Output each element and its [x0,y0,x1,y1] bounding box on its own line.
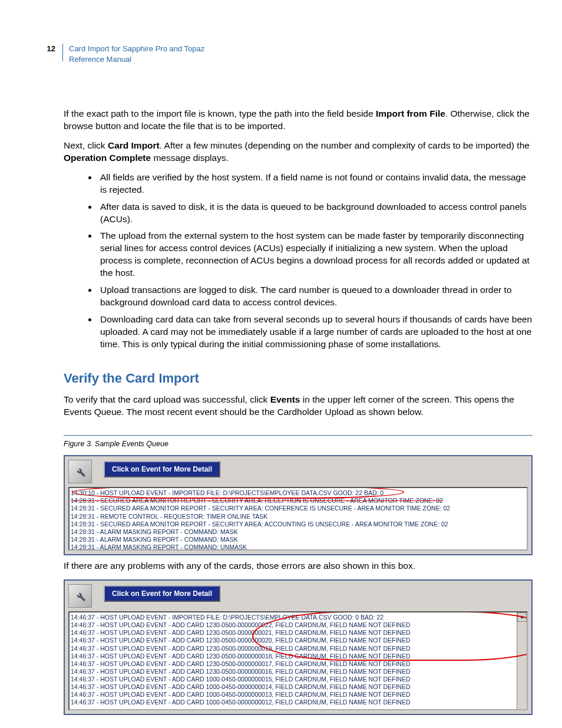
event-row[interactable]: 14:46:37 - HOST UPLOAD EVENT - ADD CARD … [71,668,525,676]
click-event-banner[interactable]: Click on Event for More Detail [104,585,220,602]
text: . After a few minutes (depending on the … [160,140,530,150]
event-row[interactable]: 14:46:37 - HOST UPLOAD EVENT - ADD CARD … [71,683,525,691]
event-row[interactable]: 14:28:31 - REMOTE CONTROL - REQUESTOR: T… [71,513,525,521]
intro-para-1: If the exact path to the import file is … [64,108,533,133]
events-queue-screenshot-2: Click on Event for More Detail ▲ 14:46:3… [64,579,533,715]
event-row[interactable]: 14:28:31 - ALARM MASKING REPORT - COMMAN… [71,543,525,551]
events-list[interactable]: 14:30:10 - HOST UPLOAD EVENT - IMPORTED … [68,487,528,551]
event-row[interactable]: 14:46:37 - HOST UPLOAD EVENT - ADD CARD … [71,621,525,629]
tool-icon[interactable] [68,584,92,608]
bullet-item: The upload from the external system to t… [98,230,533,279]
text: To verify that the card upload was succe… [64,394,270,404]
events-list[interactable]: ▲ 14:46:37 - HOST UPLOAD EVENT - IMPORTE… [68,611,528,710]
figure3-caption: Figure 3. Sample Events Queue [64,439,533,449]
tool-icon[interactable] [68,460,92,483]
scrollbar[interactable]: ▲ [517,612,527,709]
event-row[interactable]: 14:28:31 - SECURED AREA MONITOR REPORT -… [71,521,525,528]
wrench-icon [74,465,87,478]
click-event-banner[interactable]: Click on Event for More Detail [104,461,220,477]
event-row[interactable]: 14:46:37 - HOST UPLOAD EVENT - ADD CARD … [71,699,525,706]
events-queue-screenshot-1: Click on Event for More Detail 14:30:10 … [64,455,533,555]
verify-heading: Verify the Card Import [64,370,533,387]
page-number: 12 [44,44,55,54]
bullet-list: All fields are verified by the host syst… [64,172,533,351]
header-divider [62,44,63,61]
event-row[interactable]: 14:46:37 - HOST UPLOAD EVENT - ADD CARD … [71,629,525,637]
header-title-line2: Reference Manual [69,55,131,64]
event-row[interactable]: 14:28:31 - SECURED AREA MONITOR REPORT -… [71,505,525,512]
event-row[interactable]: 14:46:37 - HOST UPLOAD EVENT - ADD CARD … [71,676,525,683]
bullet-item: After data is saved to disk, it is the d… [98,201,533,226]
event-row[interactable]: 14:46:37 - HOST UPLOAD EVENT - ADD CARD … [71,660,525,668]
figure-rule [64,435,533,436]
event-row[interactable]: 14:46:37 - HOST UPLOAD EVENT - IMPORTED … [71,614,525,621]
after-fig3-para: If there are any problems with any of th… [64,560,533,572]
header-title: Card Import for Sapphire Pro and Topaz R… [69,44,204,64]
event-row[interactable]: 14:28:31 - ALARM MASKING REPORT - COMMAN… [71,536,525,543]
header-title-line1: Card Import for Sapphire Pro and Topaz [69,44,204,53]
text: message displays. [151,153,229,163]
card-import-label: Card Import [108,140,160,150]
events-label: Events [270,394,300,404]
scroll-up-button[interactable]: ▲ [517,612,527,622]
operation-complete-label: Operation Complete [64,153,151,163]
text: Next, click [64,140,108,150]
wrench-icon [74,589,87,602]
intro-para-2: Next, click Card Import. After a few min… [64,140,533,164]
text: If the exact path to the import file is … [64,108,376,118]
page-header: 12 Card Import for Sapphire Pro and Topa… [44,44,533,64]
event-row[interactable]: 14:28:31 - ALARM MASKING REPORT - COMMAN… [71,528,525,536]
event-row[interactable]: 14:46:37 - HOST UPLOAD EVENT - ADD CARD … [71,645,525,653]
bullet-item: Upload transactions are logged to disk. … [98,284,533,309]
bullet-item: All fields are verified by the host syst… [98,172,533,196]
event-row[interactable]: 14:46:37 - HOST UPLOAD EVENT - ADD CARD … [71,653,525,660]
bullet-item: Downloading card data can take from seve… [98,314,533,351]
event-row[interactable]: 14:28:31 - SECURED AREA MONITOR REPORT -… [71,497,525,505]
event-row[interactable]: 14:46:37 - HOST UPLOAD EVENT - ADD CARD … [71,637,525,644]
event-row[interactable]: 14:30:10 - HOST UPLOAD EVENT - IMPORTED … [71,489,525,497]
verify-para: To verify that the card upload was succe… [64,394,533,419]
event-row[interactable]: 14:46:37 - HOST UPLOAD EVENT - ADD CARD … [71,691,525,699]
import-from-file-label: Import from File [376,108,445,118]
